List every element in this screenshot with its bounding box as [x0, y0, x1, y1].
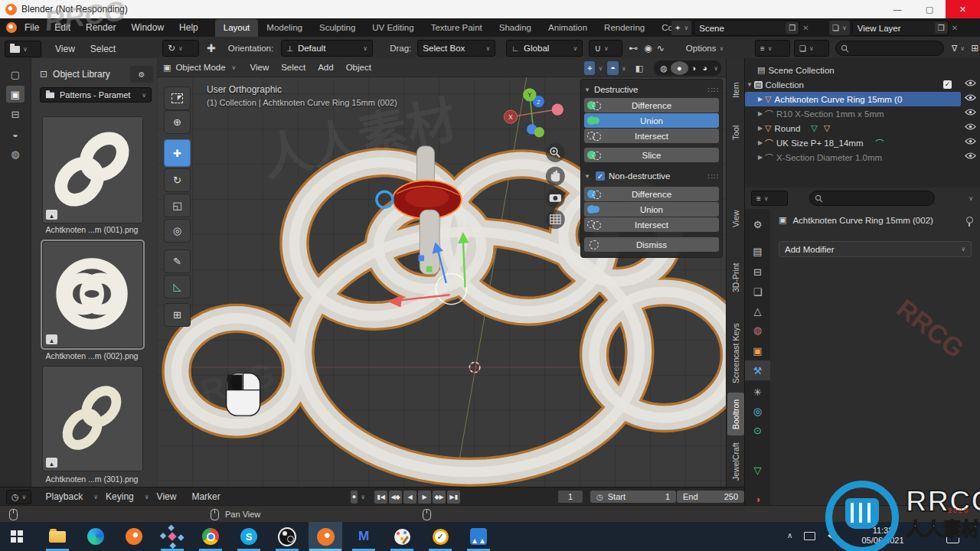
category-dropdown[interactable]: Patterns - Paramet ∨: [40, 87, 152, 103]
mail-app-icon[interactable]: M: [354, 527, 373, 546]
tool-measure[interactable]: ◺: [164, 275, 191, 298]
show-gizmo-toggle[interactable]: ⌖: [584, 61, 595, 75]
tab-tool[interactable]: ⚙: [745, 214, 770, 234]
outliner-filter-icon[interactable]: ∇: [952, 44, 957, 54]
archive-category-icon[interactable]: ⊟: [6, 106, 24, 122]
shading-rendered-button[interactable]: ◕: [699, 61, 710, 75]
sidebar-tab-tool[interactable]: Tool: [727, 119, 744, 146]
workspace-tab-texture-paint[interactable]: Texture Paint: [423, 19, 491, 37]
outliner-filter-id-dropdown[interactable]: ❏∨: [794, 40, 829, 57]
destructive-intersect-button[interactable]: Intersect: [584, 129, 719, 143]
asset-thumbnail-301[interactable]: ▲: [42, 366, 143, 471]
tool-cursor[interactable]: ⊕: [164, 110, 191, 134]
tab-modifiers[interactable]: ⚒: [745, 360, 770, 380]
scene-icon[interactable]: ✦∨: [671, 21, 691, 35]
tab-output[interactable]: ⊟: [745, 262, 770, 282]
current-frame-field[interactable]: 1: [558, 491, 583, 503]
outliner-row-collection[interactable]: ▼ ▤ Collection ✓: [745, 77, 980, 92]
network-icon[interactable]: [804, 532, 815, 540]
chrome-icon[interactable]: [201, 527, 220, 546]
tray-chevron-icon[interactable]: ∧: [787, 531, 792, 540]
panel-drag-icon[interactable]: ∷∷: [707, 172, 719, 181]
viewport-menu-view[interactable]: View: [243, 58, 275, 77]
file-explorer-icon[interactable]: [48, 527, 67, 546]
tab-particles[interactable]: ✳: [745, 382, 770, 402]
view-layer-remove-icon[interactable]: ✕: [952, 24, 958, 32]
record-button[interactable]: ●: [351, 491, 358, 504]
destructive-slice-button[interactable]: Slice: [584, 148, 719, 162]
viewport-menu-select[interactable]: Select: [275, 58, 312, 77]
tool-add-cube[interactable]: ⊞: [164, 303, 191, 327]
blender-active-icon[interactable]: [316, 527, 335, 546]
non-destructive-checkbox[interactable]: ✓: [596, 171, 605, 181]
panel-drag-icon[interactable]: ∷∷: [707, 86, 719, 94]
next-keyframe-button[interactable]: ◆▶: [433, 491, 446, 504]
minimize-button[interactable]: —: [881, 0, 913, 18]
expand-icon[interactable]: ▶: [756, 110, 765, 117]
marker-menu[interactable]: Marker: [184, 487, 227, 506]
proportional-edit-icon[interactable]: ◉: [644, 43, 652, 54]
prev-keyframe-button[interactable]: ◀◆: [389, 491, 402, 504]
expand-icon[interactable]: ▼: [745, 81, 754, 88]
world-category-icon[interactable]: ◍: [6, 145, 24, 162]
active-category-icon[interactable]: ▣: [6, 86, 24, 103]
taskbar-time[interactable]: 11:32: [858, 526, 908, 536]
pin-icon[interactable]: [966, 217, 973, 223]
tab-scene[interactable]: △: [745, 301, 770, 321]
nondestructive-intersect-button[interactable]: Intersect: [584, 217, 719, 232]
tab-object-data[interactable]: ▽: [745, 460, 770, 480]
view-layer-icon[interactable]: ❏∨: [829, 21, 850, 35]
viewport-menu-object[interactable]: Object: [340, 58, 377, 77]
scene-copy-icon[interactable]: ❐: [786, 22, 799, 34]
expand-icon[interactable]: ▶: [756, 139, 765, 146]
asset-thumbnail-001[interactable]: ▲: [42, 116, 143, 223]
shading-solid-button[interactable]: ●: [671, 61, 688, 75]
outliner-search-input[interactable]: [835, 41, 944, 56]
view-layer-copy-icon[interactable]: ❐: [935, 22, 948, 34]
shading-wireframe-button[interactable]: ◍: [657, 61, 671, 75]
properties-editor-dropdown[interactable]: ≡∨: [751, 191, 788, 206]
non-destructive-section-header[interactable]: ▼ ✓ Non-destructive ∷∷: [584, 168, 719, 184]
snap-dropdown[interactable]: ∪∨: [589, 40, 622, 57]
norton-icon[interactable]: ✓: [431, 527, 449, 546]
expand-icon[interactable]: ▶: [756, 96, 765, 103]
dismiss-button[interactable]: Dismiss: [584, 237, 719, 252]
edge-icon[interactable]: [87, 527, 105, 546]
sidebar-tab-3d-print[interactable]: 3D-Print: [727, 256, 744, 300]
workspace-tab-modeling[interactable]: Modeling: [258, 19, 311, 37]
outliner-row-r10[interactable]: ▶ ⌒ R10 X-Section 1mm x 5mm: [745, 106, 980, 121]
sphere-category-icon[interactable]: ◒: [6, 126, 24, 142]
sidebar-tab-jewelcraft[interactable]: JewelCraft: [727, 439, 744, 484]
workspace-tab-sculpting[interactable]: Sculpting: [311, 19, 364, 37]
keying-set-icon[interactable]: ∨: [361, 494, 365, 500]
close-button[interactable]: ✕: [946, 0, 980, 18]
frame-end-field[interactable]: End 250: [677, 491, 744, 503]
tab-view-layer[interactable]: ❏: [745, 282, 770, 302]
transform-pivot-dropdown[interactable]: ∟Global∨: [506, 40, 583, 57]
sidebar-tab-item[interactable]: Item: [727, 77, 744, 104]
outliner-row-x-section[interactable]: ▶ ⌒ X-Section Diameter 1.0mm: [745, 150, 980, 165]
viewport-menu-add[interactable]: Add: [312, 58, 339, 77]
tab-render[interactable]: ▤: [745, 241, 770, 261]
scene-unlink-icon[interactable]: ✕: [802, 24, 808, 32]
sidebar-tab-screencast-keys[interactable]: Screencast Keys: [727, 318, 744, 389]
eye-icon[interactable]: [965, 137, 976, 145]
outliner-row-round[interactable]: ▶ ▽ Round ▽ ▽: [745, 121, 980, 135]
destructive-section-header[interactable]: ▼ Destructive ∷∷: [584, 82, 719, 97]
tab-physics[interactable]: ◎: [745, 401, 770, 421]
mode-dropdown[interactable]: ▣ Object Mode ∨: [163, 58, 236, 77]
eye-icon[interactable]: [965, 93, 976, 102]
tab-object[interactable]: ▣: [745, 341, 770, 360]
chevron-down-icon[interactable]: ∨: [969, 195, 973, 202]
photos-app-icon[interactable]: ▲▲: [469, 527, 488, 546]
tab-constraints[interactable]: ⊙: [745, 420, 770, 440]
destructive-union-button[interactable]: Union: [584, 113, 719, 128]
obs-studio-icon[interactable]: [278, 527, 296, 546]
tool-annotate[interactable]: ✎: [164, 249, 191, 273]
paint-app-icon[interactable]: [393, 527, 411, 546]
editor-type-dropdown[interactable]: ∨: [5, 41, 41, 57]
maximize-button[interactable]: ▢: [913, 0, 946, 18]
eye-icon[interactable]: [965, 122, 976, 131]
expand-icon[interactable]: ▶: [756, 154, 765, 161]
add-modifier-dropdown[interactable]: Add Modifier ∨: [779, 241, 972, 257]
